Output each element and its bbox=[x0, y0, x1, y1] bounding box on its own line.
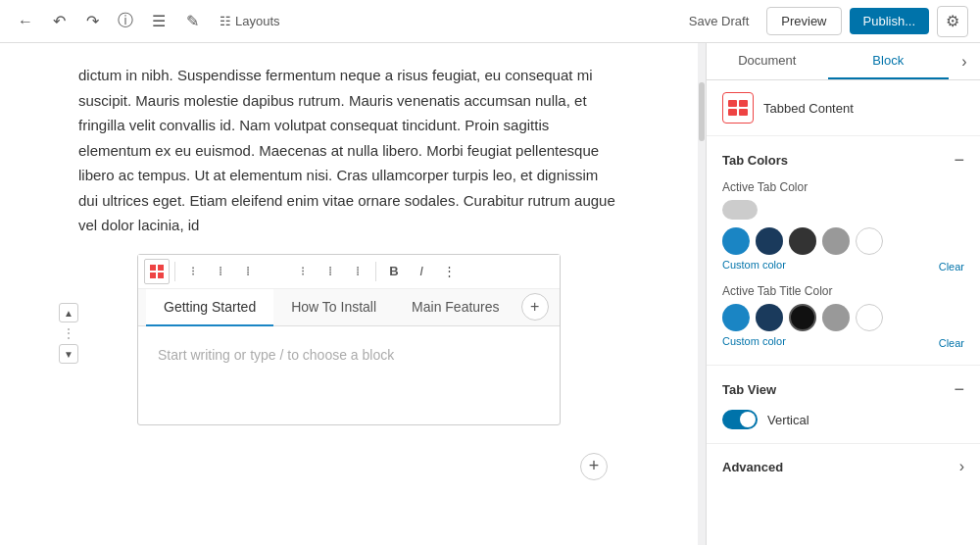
block-info: Tabbed Content bbox=[707, 80, 980, 136]
swatch-blue[interactable] bbox=[722, 227, 750, 255]
svg-rect-4 bbox=[728, 100, 737, 107]
panel-close-icon[interactable]: › bbox=[949, 43, 980, 79]
tab-how-to-install[interactable]: How To Install bbox=[273, 289, 394, 326]
svg-rect-5 bbox=[739, 100, 748, 107]
tab-block[interactable]: Block bbox=[828, 43, 950, 79]
tab-getting-started[interactable]: Getting Started bbox=[146, 289, 273, 326]
toolbar-separator2 bbox=[375, 262, 376, 281]
tab-content-placeholder: Start writing or type / to choose a bloc… bbox=[158, 347, 394, 363]
align-icon4[interactable] bbox=[263, 259, 288, 284]
active-tab-color-toggle-row bbox=[722, 200, 964, 220]
tab-content-area[interactable]: Start writing or type / to choose a bloc… bbox=[138, 326, 560, 424]
info-icon[interactable]: ⓘ bbox=[112, 8, 139, 35]
preview-button[interactable]: Preview bbox=[766, 7, 841, 35]
undo-icon[interactable]: ↶ bbox=[45, 8, 73, 35]
active-tab-color-swatches bbox=[722, 227, 964, 255]
title-swatch-blue[interactable] bbox=[722, 304, 750, 331]
title-swatch-dark-blue[interactable] bbox=[756, 304, 783, 331]
swatch-white[interactable] bbox=[856, 227, 883, 255]
tab-view-section: Tab View − Vertical bbox=[707, 366, 980, 444]
toggle-knob bbox=[740, 412, 756, 427]
active-title-color-label: Active Tab Title Color bbox=[722, 284, 964, 298]
tab-colors-toggle-icon[interactable]: − bbox=[954, 150, 964, 171]
block-name-label: Tabbed Content bbox=[763, 101, 854, 116]
tab-view-header: Tab View − bbox=[722, 379, 964, 400]
layouts-button[interactable]: ☷ Layouts bbox=[212, 10, 288, 32]
align-icon2[interactable]: ⁞ bbox=[208, 259, 233, 284]
advanced-section: Advanced › bbox=[707, 444, 980, 489]
editor-paragraph: dictum in nibh. Suspendisse fermentum ne… bbox=[78, 63, 619, 238]
align-left-icon[interactable]: ⁝ bbox=[180, 259, 206, 284]
more-options-icon[interactable]: ⋮ bbox=[436, 259, 462, 284]
title-swatch-white[interactable] bbox=[856, 304, 883, 331]
tab-colors-title: Tab Colors bbox=[722, 153, 788, 168]
menu-icon[interactable]: ☰ bbox=[145, 8, 172, 35]
vertical-toggle[interactable] bbox=[722, 410, 758, 429]
svg-rect-6 bbox=[728, 109, 737, 116]
title-swatch-black[interactable] bbox=[789, 304, 816, 331]
svg-rect-0 bbox=[150, 265, 156, 271]
swatch-black[interactable] bbox=[789, 227, 816, 255]
active-title-color-swatches bbox=[722, 304, 964, 331]
pencil-icon[interactable]: ✎ bbox=[178, 8, 206, 35]
block-toolbar: ⁝ ⁞ ⁞ ⁝ ⁞ ⁞ B I ⋮ bbox=[138, 255, 560, 289]
tab-colors-section: Tab Colors − Active Tab Color Custom col… bbox=[707, 136, 980, 366]
align-icon5[interactable]: ⁝ bbox=[290, 259, 316, 284]
add-block-row: + bbox=[78, 445, 619, 488]
align-icon3[interactable]: ⁞ bbox=[235, 259, 261, 284]
settings-button[interactable]: ⚙ bbox=[937, 6, 968, 37]
save-draft-button[interactable]: Save Draft bbox=[679, 8, 759, 34]
tabbed-block: ⁝ ⁞ ⁞ ⁝ ⁞ ⁞ B I ⋮ Getting Started How To… bbox=[137, 254, 561, 425]
swatch-dark-blue[interactable] bbox=[756, 227, 783, 255]
grid-icon: ☷ bbox=[220, 14, 231, 28]
bold-button[interactable]: B bbox=[381, 259, 407, 284]
top-bar: ← ↶ ↷ ⓘ ☰ ✎ ☷ Layouts Save Draft Preview… bbox=[0, 0, 980, 43]
editor-area[interactable]: dictum in nibh. Suspendisse fermentum ne… bbox=[0, 43, 698, 545]
swatch-gray[interactable] bbox=[822, 227, 850, 255]
top-bar-right: Save Draft Preview Publish... ⚙ bbox=[679, 6, 968, 37]
toolbar-separator bbox=[174, 262, 175, 281]
advanced-title: Advanced bbox=[722, 460, 783, 474]
publish-button[interactable]: Publish... bbox=[850, 8, 929, 34]
tab-view-row: Vertical bbox=[722, 410, 964, 429]
tabs-row: Getting Started How To Install Main Feat… bbox=[138, 289, 560, 326]
clear-link2[interactable]: Clear bbox=[939, 337, 964, 349]
right-panel: Document Block › Tabbed Content Tab Colo… bbox=[706, 43, 980, 545]
svg-rect-7 bbox=[739, 109, 748, 116]
scroll-thumb bbox=[699, 82, 705, 141]
tab-view-title: Tab View bbox=[722, 382, 776, 397]
advanced-arrow-icon[interactable]: › bbox=[959, 458, 964, 475]
vertical-label: Vertical bbox=[767, 413, 809, 427]
back-icon[interactable]: ← bbox=[12, 8, 39, 35]
add-tab-button[interactable]: + bbox=[521, 293, 549, 321]
panel-tabs: Document Block › bbox=[707, 43, 980, 80]
editor-content: dictum in nibh. Suspendisse fermentum ne… bbox=[0, 43, 698, 508]
block-icon-box bbox=[722, 92, 754, 124]
svg-rect-2 bbox=[150, 272, 156, 278]
active-tab-color-toggle[interactable] bbox=[722, 200, 758, 220]
block-type-icon[interactable] bbox=[144, 259, 170, 284]
add-block-button[interactable]: + bbox=[580, 453, 608, 480]
tab-main-features[interactable]: Main Features bbox=[394, 289, 516, 326]
italic-button[interactable]: I bbox=[409, 259, 434, 284]
custom-color-link1[interactable]: Custom color bbox=[722, 259, 786, 271]
title-swatch-gray[interactable] bbox=[822, 304, 850, 331]
main-layout: dictum in nibh. Suspendisse fermentum ne… bbox=[0, 43, 980, 545]
align-icon6[interactable]: ⁞ bbox=[318, 259, 343, 284]
svg-rect-3 bbox=[158, 272, 164, 278]
editor-scrollbar[interactable] bbox=[698, 43, 706, 545]
tab-view-toggle-icon[interactable]: − bbox=[954, 379, 964, 400]
align-icon7[interactable]: ⁞ bbox=[345, 259, 370, 284]
tab-document[interactable]: Document bbox=[707, 43, 828, 79]
move-down-handle[interactable]: ▼ bbox=[59, 344, 78, 364]
layouts-label: Layouts bbox=[235, 14, 280, 28]
top-bar-left: ← ↶ ↷ ⓘ ☰ ✎ ☷ Layouts bbox=[12, 8, 288, 35]
move-up-handle[interactable]: ▲ bbox=[59, 303, 78, 322]
svg-rect-1 bbox=[158, 265, 164, 271]
clear-link1[interactable]: Clear bbox=[939, 261, 964, 272]
custom-color-link2[interactable]: Custom color bbox=[722, 335, 786, 347]
drag-handle[interactable]: ⋮ bbox=[63, 326, 75, 340]
side-handle: ▲ ⋮ ▼ bbox=[59, 303, 78, 364]
tab-colors-header: Tab Colors − bbox=[722, 150, 964, 171]
redo-icon[interactable]: ↷ bbox=[78, 8, 106, 35]
